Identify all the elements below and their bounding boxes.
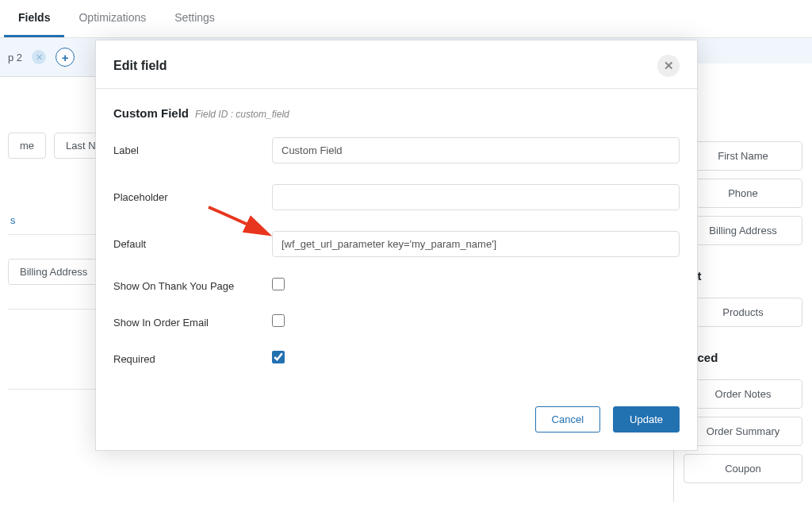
modal-body: Custom Field Field ID : custom_field Lab… [96,89,697,395]
tab-settings[interactable]: Settings [160,0,229,37]
right-pill-first-name[interactable]: First Name [684,141,802,171]
show-email-checkbox[interactable] [272,314,285,327]
step-add-button[interactable]: + [56,48,75,67]
label-label: Label [113,144,272,156]
field-id-label: Field ID : custom_field [195,109,289,120]
right-panel-title: ds [684,75,802,89]
modal-title: Edit field [113,59,167,73]
default-input[interactable] [272,231,680,257]
right-section-basic: c [684,113,802,130]
right-pill-order-summary[interactable]: Order Summary [684,417,802,446]
label-show-thank-you: Show On Thank You Page [113,280,272,292]
show-thank-you-checkbox[interactable] [272,278,285,290]
step-label: p 2 [8,52,22,63]
modal-footer: Cancel Update [96,395,697,450]
bg-billing-address[interactable]: Billing Address [8,259,99,285]
row-show-email: Show In Order Email [113,314,680,330]
row-show-thank-you: Show On Thank You Page [113,278,680,294]
row-label: Label [113,137,680,163]
field-name: Custom Field [113,106,189,120]
step-remove-icon[interactable]: ✕ [32,50,46,64]
modal-header: Edit field ✕ [96,40,697,89]
field-heading: Custom Field Field ID : custom_field [113,106,680,120]
placeholder-input[interactable] [272,184,680,210]
required-checkbox[interactable] [272,351,285,363]
label-placeholder: Placeholder [113,191,272,203]
label-input[interactable] [272,137,680,163]
update-button[interactable]: Update [613,406,680,432]
label-required: Required [113,353,272,365]
label-show-email: Show In Order Email [113,317,272,329]
right-pill-billing-address[interactable]: Billing Address [684,216,802,245]
edit-field-modal: Edit field ✕ Custom Field Field ID : cus… [95,40,698,451]
right-pill-coupon[interactable]: Coupon [684,454,802,483]
tab-fields[interactable]: Fields [4,0,64,37]
close-icon[interactable]: ✕ [657,55,680,77]
row-placeholder: Placeholder [113,184,680,210]
cancel-button[interactable]: Cancel [535,406,600,432]
right-pill-products[interactable]: Products [684,298,802,327]
row-required: Required [113,351,680,367]
right-pill-order-notes[interactable]: Order Notes [684,379,802,409]
right-pill-phone[interactable]: Phone [684,179,802,208]
main-tabs: Fields Optimizations Settings [0,0,812,38]
label-default: Default [113,238,272,250]
right-section-product: uct [684,269,802,286]
right-section-advanced: anced [684,351,802,368]
tab-optimizations[interactable]: Optimizations [64,0,160,37]
row-default: Default [113,231,680,257]
bg-pill-me[interactable]: me [8,133,46,159]
